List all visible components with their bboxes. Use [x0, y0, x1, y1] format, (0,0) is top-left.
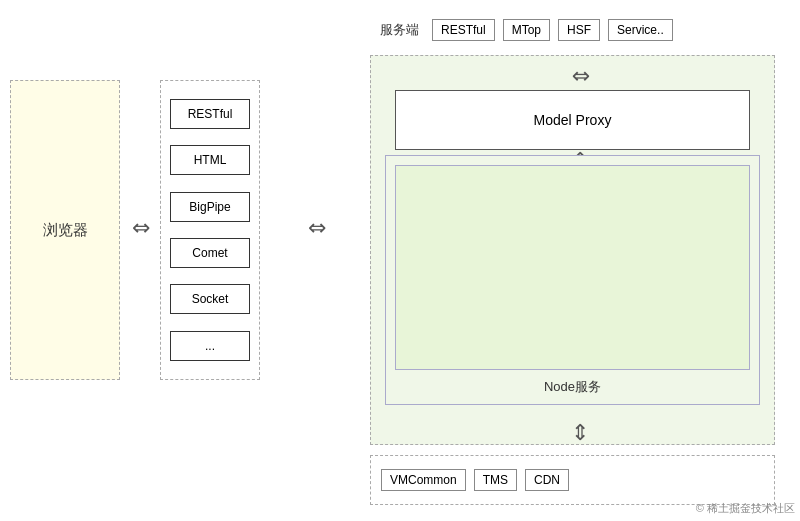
- bottom-tag-cdn: CDN: [525, 469, 569, 491]
- protocol-comet: Comet: [170, 238, 250, 268]
- server-tag-mtop: MTop: [503, 19, 550, 41]
- protocols-box: RESTful HTML BigPipe Comet Socket ...: [160, 80, 260, 380]
- bottom-tag-tms: TMS: [474, 469, 517, 491]
- model-proxy-box: Model Proxy: [395, 90, 750, 150]
- server-bar: 服务端 RESTful MTop HSF Service..: [370, 5, 775, 55]
- diagram-container: 浏览器 ⇔ RESTful HTML BigPipe Comet Socket …: [0, 0, 800, 521]
- protocol-restful: RESTful: [170, 99, 250, 129]
- server-tag-service: Service..: [608, 19, 673, 41]
- node-service-label: Node服务: [385, 378, 760, 396]
- browser-box: 浏览器: [10, 80, 120, 380]
- protocol-socket: Socket: [170, 284, 250, 314]
- model-proxy-label: Model Proxy: [534, 112, 612, 128]
- server-label: 服务端: [380, 21, 419, 39]
- bottom-tag-vmcommon: VMCommon: [381, 469, 466, 491]
- protocol-bigpipe: BigPipe: [170, 192, 250, 222]
- protocol-more: ...: [170, 331, 250, 361]
- watermark: © 稀土掘金技术社区: [696, 501, 795, 516]
- browser-label: 浏览器: [43, 221, 88, 240]
- arrow-node-to-bottom: ⇕: [568, 408, 592, 458]
- bottom-bar: VMCommon TMS CDN: [370, 455, 775, 505]
- arrow-protocols-to-main: ⇔: [262, 215, 372, 241]
- protocol-html: HTML: [170, 145, 250, 175]
- arrow-browser-to-protocols: ⇔: [122, 215, 160, 241]
- server-tag-restful: RESTful: [432, 19, 495, 41]
- server-tag-hsf: HSF: [558, 19, 600, 41]
- node-service-inner: [395, 165, 750, 370]
